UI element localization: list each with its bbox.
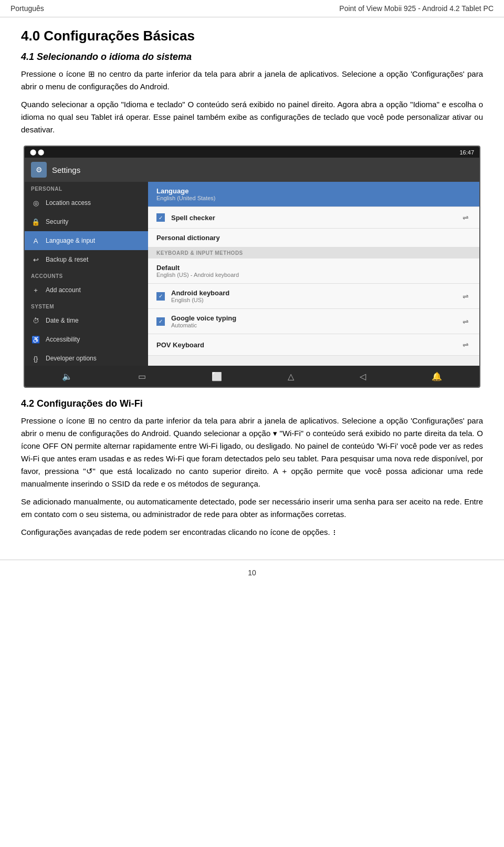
spell-checker-settings-icon[interactable]: ⇌ [460,212,471,223]
panel-item-default-subtitle: English (US) - Android keyboard [156,272,471,278]
nav-back-icon[interactable]: △ [288,371,294,381]
settings-sidebar: PERSONAL ◎ Location access 🔒 Security A … [25,182,148,366]
sidebar-item-developer-options[interactable]: {} Developer options [25,349,148,366]
android-keyboard-checkbox[interactable]: ✓ [156,292,165,301]
panel-item-google-voice-subtitle: Automatic [171,322,456,328]
panel-item-default-text: Default English (US) - Android keyboard [156,264,471,278]
panel-item-google-voice[interactable]: ✓ Google voice typing Automatic ⇌ [148,309,479,334]
backup-icon: ↩ [31,255,40,264]
section1-para1: Pressione o ícone ⊞ no centro da parte i… [21,68,483,93]
nav-sound-icon[interactable]: 🔔 [432,371,442,381]
panel-item-android-keyboard[interactable]: ✓ Android keyboard English (US) ⇌ [148,284,479,309]
panel-item-google-voice-text: Google voice typing Automatic [171,314,456,328]
page-footer: 10 [0,560,504,585]
section2-para3: Configurações avançadas de rede podem se… [21,526,483,539]
clock-icon: ⏱ [31,316,40,325]
panel-item-android-keyboard-text: Android keyboard English (US) [171,289,456,303]
status-bar-time: 16:47 [459,149,474,156]
panel-item-pov-keyboard-text: POV Keyboard [156,341,456,349]
spell-checker-checkbox[interactable]: ✓ [156,213,165,222]
nav-volume-icon[interactable]: 🔈 [62,371,72,381]
section2-para1: Pressione o ícone ⊞ no centro da parte i… [21,415,483,490]
accessibility-icon: ♿ [31,335,40,344]
sidebar-section-personal: PERSONAL [25,182,148,193]
panel-item-personal-dictionary[interactable]: Personal dictionary [148,229,479,247]
developer-icon: {} [31,354,40,363]
panel-item-spell-checker-title: Spell checker [171,214,456,222]
sidebar-item-label: Security [46,218,68,225]
nav-screenshot-icon[interactable]: ▭ [138,371,146,381]
sidebar-item-accessibility[interactable]: ♿ Accessibility [25,330,148,349]
panel-item-android-keyboard-title: Android keyboard [171,289,456,297]
lock-icon: 🔒 [31,217,40,226]
sidebar-item-security[interactable]: 🔒 Security [25,212,148,231]
sidebar-section-system: SYSTEM [25,299,148,311]
nav-recent-icon[interactable]: ◁ [360,371,366,381]
panel-item-android-keyboard-subtitle: English (US) [171,297,456,303]
sidebar-item-location-access[interactable]: ◎ Location access [25,193,148,212]
section2-para2: Se adicionado manualmente, ou automatica… [21,495,483,521]
panel-item-language[interactable]: Language English (United States) [148,182,479,207]
app-bar-title: Settings [52,166,80,174]
sidebar-item-label: Date & time [46,317,79,324]
pov-keyboard-settings-icon[interactable]: ⇌ [460,339,471,350]
nav-bar: 🔈 ▭ ⬜ △ ◁ 🔔 [25,366,479,387]
location-icon: ◎ [31,198,40,208]
section1-para2: Quando selecionar a opção "Idioma e tecl… [21,98,483,136]
sidebar-item-label: Accessibility [46,336,80,343]
panel-item-pov-keyboard[interactable]: POV Keyboard ⇌ [148,334,479,356]
header-left: Português [10,4,44,13]
sidebar-item-backup-reset[interactable]: ↩ Backup & reset [25,250,148,269]
sidebar-item-label: Language & input [46,237,95,244]
page-number: 10 [248,569,256,577]
app-bar: ⚙ Settings [25,158,479,182]
panel-item-language-text: Language English (United States) [156,187,471,201]
language-icon: A [31,236,40,245]
page-header: Português Point of View Mobii 925 - Andr… [0,0,504,17]
main-content: 4.0 Configurações Básicas 4.1 Selecionan… [0,17,504,554]
status-bar-left-icons: ⬤ ⬤ [30,149,44,156]
panel-item-spell-checker[interactable]: ✓ Spell checker ⇌ [148,207,479,229]
nav-home-icon[interactable]: ⬜ [212,371,222,381]
settings-app-icon: ⚙ [31,162,47,178]
android-keyboard-settings-icon[interactable]: ⇌ [460,291,471,302]
add-icon: + [31,285,40,295]
header-right: Point of View Mobii 925 - Android 4.2 Ta… [339,4,494,13]
section2-title: 4.2 Configurações do Wi-Fi [21,398,483,409]
sidebar-item-date-time[interactable]: ⏱ Date & time [25,311,148,330]
main-title: 4.0 Configurações Básicas [21,28,483,44]
sidebar-item-add-account[interactable]: + Add account [25,281,148,299]
settings-gear-icon: ⚙ [36,166,43,174]
sidebar-item-label: Location access [46,199,91,206]
panel-item-personal-dictionary-title: Personal dictionary [156,234,471,242]
section1-title: 4.1 Selecionando o idioma do sistema [21,51,483,63]
panel-item-default-title: Default [156,264,471,272]
panel-item-default[interactable]: Default English (US) - Android keyboard [148,259,479,284]
status-bar: ⬤ ⬤ 16:47 [25,147,479,158]
panel-item-personal-dictionary-text: Personal dictionary [156,234,471,242]
panel-item-language-title: Language [156,187,471,195]
settings-panel: Language English (United States) ✓ Spell… [148,182,479,366]
sidebar-item-label: Developer options [46,355,97,362]
panel-section-keyboard: KEYBOARD & INPUT METHODS [148,247,479,259]
sidebar-item-label: Add account [46,286,81,294]
sidebar-section-accounts: ACCOUNTS [25,269,148,281]
android-screenshot: ⬤ ⬤ 16:47 ⚙ Settings PERSONAL ◎ Location… [24,146,480,388]
settings-layout: PERSONAL ◎ Location access 🔒 Security A … [25,182,479,366]
sidebar-item-label: Backup & reset [46,256,88,263]
sidebar-item-language-input[interactable]: A Language & input [25,231,148,250]
panel-item-pov-keyboard-title: POV Keyboard [156,341,456,349]
panel-item-spell-checker-text: Spell checker [171,214,456,222]
panel-item-google-voice-title: Google voice typing [171,314,456,322]
google-voice-settings-icon[interactable]: ⇌ [460,316,471,327]
google-voice-checkbox[interactable]: ✓ [156,317,165,326]
panel-item-language-subtitle: English (United States) [156,195,471,201]
